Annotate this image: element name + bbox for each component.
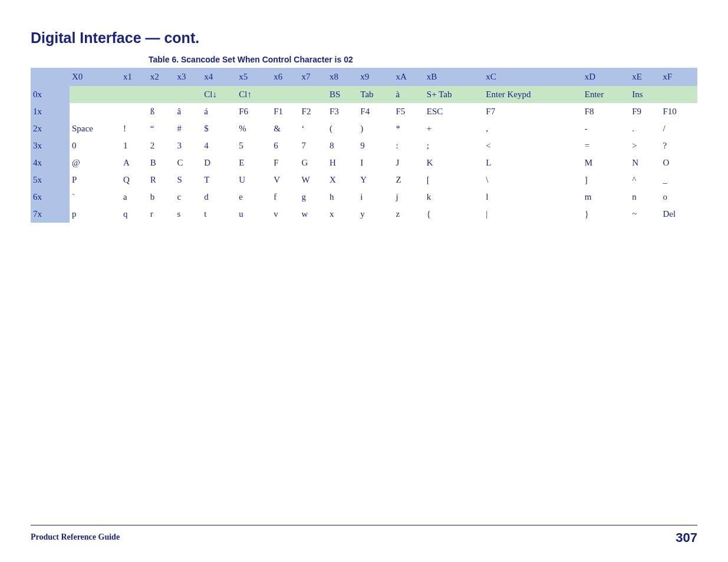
table-cell: \ xyxy=(483,171,582,189)
table-cell: 3 xyxy=(175,137,202,154)
table-cell: á xyxy=(202,103,236,120)
table-cell: F8 xyxy=(582,103,630,120)
table-cell: c xyxy=(175,189,202,206)
table-cell: / xyxy=(661,120,697,137)
table-cell: F10 xyxy=(661,103,697,120)
table-cell: } xyxy=(582,206,630,223)
table-cell xyxy=(121,103,148,120)
table-cell: b xyxy=(148,189,175,206)
row-header: 5x xyxy=(31,171,70,189)
table-cell: x xyxy=(327,206,358,223)
table-cell: U xyxy=(236,171,271,189)
document-page: Digital Interface — cont. Table 6. Scanc… xyxy=(0,0,728,562)
table-cell: z xyxy=(394,206,424,223)
table-cell: [ xyxy=(424,171,483,189)
table-cell: u xyxy=(236,206,271,223)
table-cell: Del xyxy=(661,206,697,223)
table-cell: R xyxy=(148,171,175,189)
row-header: 1x xyxy=(31,103,70,120)
table-cell: K xyxy=(424,154,483,171)
table-cell: 2 xyxy=(148,137,175,154)
section-title: Digital Interface — cont. xyxy=(31,29,697,47)
table-cell: > xyxy=(630,137,660,154)
table-cell xyxy=(175,86,202,103)
table-cell: C xyxy=(175,154,202,171)
table-cell: y xyxy=(358,206,393,223)
table-cell: D xyxy=(202,154,236,171)
col-header: x7 xyxy=(299,68,327,86)
table-cell: F3 xyxy=(327,103,358,120)
table-caption: Table 6. Scancode Set When Control Chara… xyxy=(149,55,697,64)
table-cell: i xyxy=(358,189,393,206)
table-cell: X xyxy=(327,171,358,189)
table-cell: Q xyxy=(121,171,148,189)
page-number: 307 xyxy=(676,530,697,546)
table-cell: ( xyxy=(327,120,358,137)
table-cell: L xyxy=(483,154,582,171)
scancode-table: X0 x1 x2 x3 x4 x5 x6 x7 x8 x9 xA xB xC x… xyxy=(31,68,697,223)
table-cell: | xyxy=(483,206,582,223)
table-body: 0xCl↓Cl↑BSTabàS+ TabEnter KeypdEnterIns1… xyxy=(31,86,697,223)
table-cell: , xyxy=(483,120,582,137)
table-cell: Cl↑ xyxy=(236,86,271,103)
table-cell: Enter Keypd xyxy=(483,86,582,103)
table-cell: â xyxy=(175,103,202,120)
row-header: 0x xyxy=(31,86,70,103)
table-cell: < xyxy=(483,137,582,154)
col-header: x4 xyxy=(202,68,236,86)
table-cell: e xyxy=(236,189,271,206)
table-cell: v xyxy=(271,206,299,223)
table-cell: à xyxy=(394,86,424,103)
table-cell: f xyxy=(271,189,299,206)
table-cell: g xyxy=(299,189,327,206)
table-cell: O xyxy=(661,154,697,171)
table-cell xyxy=(70,86,121,103)
table-cell: ! xyxy=(121,120,148,137)
col-header: X0 xyxy=(70,68,121,86)
col-header: x3 xyxy=(175,68,202,86)
table-row: 2xSpace!“#$%&‘()*+,-./ xyxy=(31,120,697,137)
table-cell: 1 xyxy=(121,137,148,154)
table-cell: : xyxy=(394,137,424,154)
table-cell: k xyxy=(424,189,483,206)
table-cell xyxy=(121,86,148,103)
table-cell: N xyxy=(630,154,660,171)
table-cell: ~ xyxy=(630,206,660,223)
table-cell: F1 xyxy=(271,103,299,120)
row-header: 2x xyxy=(31,120,70,137)
table-cell: H xyxy=(327,154,358,171)
table-cell: t xyxy=(202,206,236,223)
table-cell: p xyxy=(70,206,121,223)
row-header: 7x xyxy=(31,206,70,223)
table-cell: a xyxy=(121,189,148,206)
col-header: x2 xyxy=(148,68,175,86)
table-cell: . xyxy=(630,120,660,137)
col-header: xD xyxy=(582,68,630,86)
table-row: 5xPQRSTUVWXYZ[\]^_ xyxy=(31,171,697,189)
col-header: xE xyxy=(630,68,660,86)
footer-rule xyxy=(31,525,697,525)
column-header-row: X0 x1 x2 x3 x4 x5 x6 x7 x8 x9 xA xB xC x… xyxy=(31,68,697,86)
table-cell: T xyxy=(202,171,236,189)
table-cell: ] xyxy=(582,171,630,189)
col-header: x9 xyxy=(358,68,393,86)
table-cell: F6 xyxy=(236,103,271,120)
table-cell: 5 xyxy=(236,137,271,154)
table-row: 7xpqrstuvwxyz{|}~Del xyxy=(31,206,697,223)
col-header: xF xyxy=(661,68,697,86)
footer-left: Product Reference Guide xyxy=(31,533,120,542)
table-cell: & xyxy=(271,120,299,137)
table-cell xyxy=(661,86,697,103)
table-cell: F9 xyxy=(630,103,660,120)
table-cell: ; xyxy=(424,137,483,154)
row-header: 3x xyxy=(31,137,70,154)
table-cell: d xyxy=(202,189,236,206)
row-header: 6x xyxy=(31,189,70,206)
table-cell: - xyxy=(582,120,630,137)
table-cell: { xyxy=(424,206,483,223)
table-cell: w xyxy=(299,206,327,223)
table-row: 3x0123456789:;<=>? xyxy=(31,137,697,154)
table-cell: _ xyxy=(661,171,697,189)
table-cell: Enter xyxy=(582,86,630,103)
table-cell: 4 xyxy=(202,137,236,154)
